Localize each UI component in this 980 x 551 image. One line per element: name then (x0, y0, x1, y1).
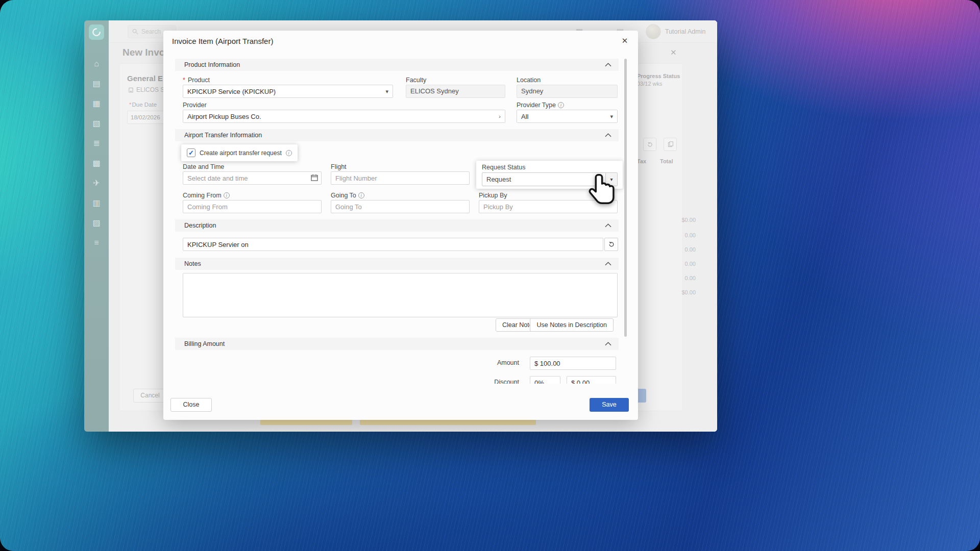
info-icon[interactable]: i (358, 192, 364, 198)
request-status-label: Request Status (482, 164, 525, 171)
coming-from-input[interactable] (183, 200, 322, 213)
chevron-down-icon: ▾ (385, 88, 388, 95)
section-product-information[interactable]: Product Information (175, 59, 619, 71)
modal-scrollbar[interactable] (624, 59, 627, 337)
provider-type-field: Provider Type i All ▾ (517, 102, 618, 123)
section-description[interactable]: Description (175, 219, 619, 232)
section-notes[interactable]: Notes (175, 258, 619, 270)
discount-amount-input[interactable] (567, 376, 616, 384)
modal-close-button[interactable]: Close (170, 398, 212, 412)
amount-input[interactable] (530, 357, 616, 370)
chevron-down-icon: ▾ (610, 113, 613, 120)
provider-label: Provider (183, 102, 505, 109)
request-status-select[interactable]: Request ▾ (482, 172, 618, 186)
faculty-value: ELICOS Sydney (406, 85, 505, 98)
app-window: ⌂ ▤ ▦ ▧ ≣ ▩ ✈ ▥ ▨ ≡ Search ▦ ▤ Tutorial … (84, 20, 717, 432)
pickup-by-input[interactable] (479, 200, 618, 213)
going-to-label: Going To i (331, 192, 470, 199)
provider-value: Airport Pickup Buses Co. (187, 113, 499, 120)
going-to-label-text: Going To (331, 192, 356, 199)
flight-input[interactable] (331, 171, 470, 185)
flight-field: Flight (331, 163, 470, 185)
coming-from-field: Coming From i (183, 192, 322, 213)
notes-textarea[interactable] (183, 273, 618, 317)
section-title: Description (184, 222, 605, 229)
info-icon[interactable]: i (558, 102, 564, 108)
provider-type-label-text: Provider Type (517, 102, 556, 109)
provider-type-value: All (521, 113, 610, 120)
request-status-highlight: Request Status Request ▾ (476, 161, 623, 189)
modal-title: Invoice Item (Airport Transfer) (172, 31, 273, 51)
product-value: KPICKUP Service (KPICKUP) (187, 88, 385, 95)
info-icon[interactable]: i (286, 150, 292, 156)
faculty-field: Faculty ELICOS Sydney (406, 77, 505, 98)
pickup-by-label: Pickup By (479, 192, 618, 199)
pickup-by-field: Pickup By (479, 192, 618, 213)
product-select[interactable]: KPICKUP Service (KPICKUP) ▾ (183, 85, 393, 98)
provider-type-label: Provider Type i (517, 102, 618, 109)
description-input[interactable] (183, 238, 603, 251)
date-time-field: Date and Time (183, 163, 322, 185)
create-transfer-request-highlight: ✓ Create airport transfer request i (181, 144, 298, 161)
flight-label: Flight (331, 163, 470, 170)
modal-content: Product Information Product KPICKUP Serv… (163, 51, 638, 384)
use-notes-in-description-button[interactable]: Use Notes in Description (530, 318, 614, 332)
section-title: Product Information (184, 61, 605, 68)
description-history-button[interactable] (604, 238, 618, 251)
calendar-icon[interactable] (311, 174, 318, 181)
amount-label: Amount (470, 359, 519, 366)
product-field: Product KPICKUP Service (KPICKUP) ▾ (183, 77, 393, 98)
chevron-up-icon[interactable] (605, 63, 611, 67)
coming-from-label: Coming From i (183, 192, 322, 199)
chevron-down-icon: ▾ (610, 177, 612, 182)
close-icon[interactable]: ✕ (620, 36, 630, 46)
provider-type-select[interactable]: All ▾ (517, 110, 618, 123)
history-icon (608, 241, 615, 248)
location-value: Sydney (517, 85, 618, 98)
date-time-label: Date and Time (183, 163, 322, 170)
date-time-input[interactable] (183, 171, 322, 185)
create-transfer-request-checkbox[interactable]: ✓ (187, 148, 195, 157)
provider-select[interactable]: Airport Pickup Buses Co. › (183, 110, 505, 123)
section-title: Notes (184, 260, 605, 267)
section-title: Billing Amount (184, 340, 605, 347)
chevron-up-icon[interactable] (605, 223, 611, 228)
going-to-input[interactable] (331, 200, 470, 213)
provider-field: Provider Airport Pickup Buses Co. › (183, 102, 505, 123)
chevron-up-icon[interactable] (605, 342, 611, 346)
info-icon[interactable]: i (224, 192, 230, 198)
combo-caret-button[interactable]: ▾ (605, 173, 617, 186)
section-billing-amount[interactable]: Billing Amount (175, 338, 619, 350)
discount-label: Discount (470, 379, 519, 384)
section-title: Airport Transfer Information (184, 132, 605, 139)
save-button[interactable]: Save (590, 398, 629, 412)
invoice-item-modal: Invoice Item (Airport Transfer) ✕ Produc… (163, 31, 638, 420)
coming-from-label-text: Coming From (183, 192, 222, 199)
request-status-value: Request (482, 173, 605, 186)
product-label: Product (183, 77, 393, 84)
location-field: Location Sydney (517, 77, 618, 98)
location-label: Location (517, 77, 618, 84)
create-transfer-request-label: Create airport transfer request (200, 149, 282, 157)
going-to-field: Going To i (331, 192, 470, 213)
section-airport-transfer-information[interactable]: Airport Transfer Information (175, 129, 619, 141)
chevron-right-icon: › (499, 113, 501, 119)
discount-percent-input[interactable] (530, 376, 560, 384)
faculty-label: Faculty (406, 77, 505, 84)
desktop: ⌂ ▤ ▦ ▧ ≣ ▩ ✈ ▥ ▨ ≡ Search ▦ ▤ Tutorial … (0, 0, 980, 551)
chevron-up-icon[interactable] (605, 262, 611, 266)
chevron-up-icon[interactable] (605, 133, 611, 137)
